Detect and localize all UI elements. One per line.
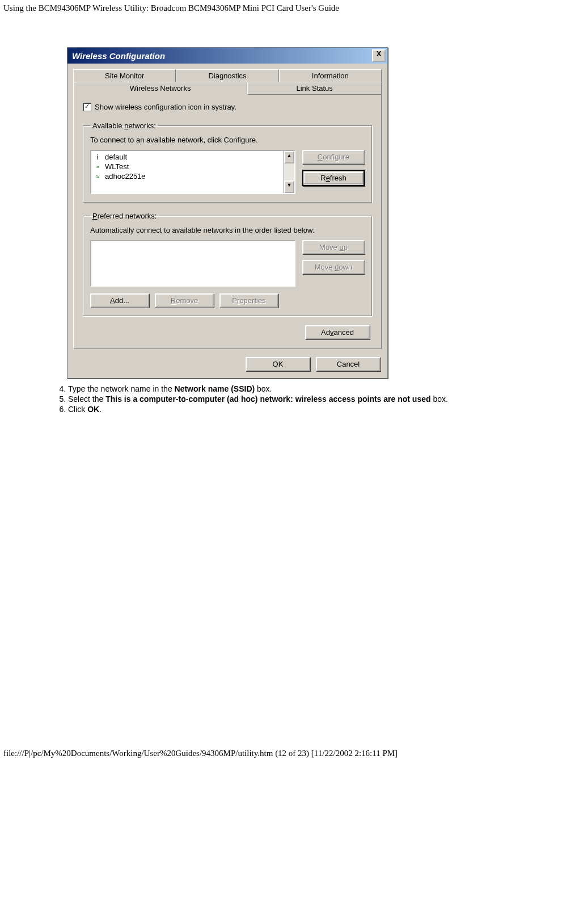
refresh-button[interactable]: Refresh <box>302 170 365 186</box>
properties-button[interactable]: Properties <box>219 293 278 308</box>
titlebar: Wireless Configuration X <box>67 48 387 64</box>
systray-checkbox[interactable]: ✓ <box>83 103 91 111</box>
list-item[interactable]: ≈ WLTest <box>94 162 281 171</box>
tab-information[interactable]: Information <box>279 69 382 82</box>
network-name: adhoc2251e <box>105 172 146 180</box>
available-hint: To connect to an available network, clic… <box>90 136 365 144</box>
move-down-button[interactable]: Move down <box>302 260 365 274</box>
dialog-title: Wireless Configuration <box>72 51 372 61</box>
available-legend: Available networks: <box>90 121 158 130</box>
preferred-hint: Automatically connect to available netwo… <box>90 226 365 234</box>
tab-body: ✓ Show wireless configuration icon in sy… <box>73 94 382 349</box>
close-icon[interactable]: X <box>372 49 386 62</box>
systray-label: Show wireless configuration icon in syst… <box>95 103 236 111</box>
adhoc-icon: ≈ <box>94 173 102 180</box>
adhoc-icon: ≈ <box>94 163 102 171</box>
network-name: WLTest <box>105 162 129 171</box>
step-4: Type the network name in the Network nam… <box>68 384 562 393</box>
preferred-networks-group: Preferred networks: Automatically connec… <box>83 212 372 316</box>
add-button[interactable]: Add... <box>90 293 149 308</box>
instructions: Type the network name in the Network nam… <box>45 384 562 414</box>
scroll-up-icon[interactable]: ▲ <box>284 151 294 163</box>
advanced-button[interactable]: Advanced <box>305 325 370 339</box>
step-5: Select the This is a computer-to-compute… <box>68 394 562 404</box>
tab-row-top: Site Monitor Diagnostics Information <box>73 69 382 82</box>
page-footer: file:///P|/pc/My%20Documents/Working/Use… <box>0 749 562 764</box>
scroll-track[interactable] <box>284 163 294 180</box>
list-item[interactable]: ≈ adhoc2251e <box>94 171 281 181</box>
wireless-config-dialog: Wireless Configuration X Site Monitor Di… <box>67 47 388 379</box>
dialog-bottom-buttons: OK Cancel <box>67 349 387 378</box>
tab-diagnostics[interactable]: Diagnostics <box>176 69 278 82</box>
move-up-button[interactable]: Move up <box>302 240 365 254</box>
list-item[interactable]: i default <box>94 152 281 162</box>
page-header: Using the BCM94306MP Wireless Utility: B… <box>0 0 562 13</box>
scroll-down-icon[interactable]: ▼ <box>284 180 294 193</box>
tab-row-bottom: Wireless Networks Link Status <box>73 82 382 95</box>
tab-site-monitor[interactable]: Site Monitor <box>73 69 176 82</box>
configure-button[interactable]: Configure <box>302 150 365 164</box>
network-name: default <box>105 153 127 161</box>
cancel-button[interactable]: Cancel <box>316 357 381 371</box>
tab-area: Site Monitor Diagnostics Information Wir… <box>67 64 387 349</box>
preferred-legend: Preferred networks: <box>90 212 159 220</box>
step-6: Click OK. <box>68 405 562 414</box>
scrollbar[interactable]: ▲ ▼ <box>284 151 294 193</box>
available-networks-group: Available networks: To connect to an ava… <box>83 121 372 203</box>
preferred-networks-list[interactable] <box>90 240 295 287</box>
systray-checkbox-row: ✓ Show wireless configuration icon in sy… <box>83 103 372 111</box>
available-networks-list[interactable]: i default ≈ WLTest ≈ adhoc2251e <box>90 150 295 194</box>
ok-button[interactable]: OK <box>246 357 310 371</box>
remove-button[interactable]: Remove <box>155 293 214 308</box>
infrastructure-icon: i <box>94 153 102 161</box>
tab-wireless-networks[interactable]: Wireless Networks <box>73 82 247 95</box>
tab-link-status[interactable]: Link Status <box>247 82 382 95</box>
